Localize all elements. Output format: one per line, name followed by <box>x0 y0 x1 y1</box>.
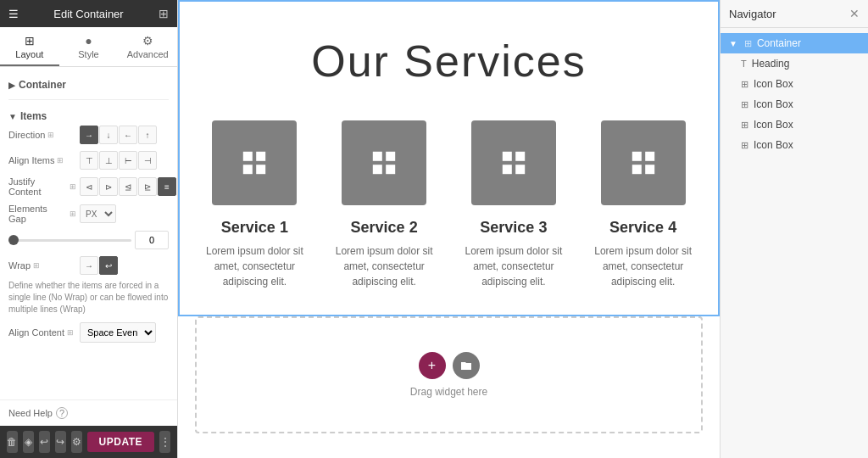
services-grid: Service 1 Lorem ipsum dolor sit amet, co… <box>197 120 701 289</box>
wrap-hint-text: Define whether the items are forced in a… <box>8 280 169 316</box>
justify-controls: ⊲ ⊳ ⊴ ⊵ ≡ ⊶ <box>80 177 177 196</box>
justify-end-btn[interactable]: ⊴ <box>119 177 137 196</box>
align-center-btn[interactable]: ⊥ <box>99 151 118 170</box>
nav-item-iconbox-4[interactable]: ⊞ Icon Box <box>721 135 868 155</box>
main-canvas: + ⊞ ✕ Our Services Service 1 <box>178 0 720 458</box>
navigator-body: ▼ ⊞ Container T Heading ⊞ Icon Box ⊞ Ico… <box>721 28 868 160</box>
nav-iconbox3-icon: ⊞ <box>741 120 748 131</box>
folder-icon <box>460 360 472 371</box>
direction-down-btn[interactable]: ↓ <box>99 126 118 144</box>
advanced-icon: ⚙ <box>121 34 174 47</box>
direction-controls: → ↓ ← ↑ <box>80 126 157 144</box>
nav-container-icon: ⊞ <box>744 38 752 49</box>
navigator-header: Navigator ✕ <box>721 0 868 28</box>
service-icon-3 <box>495 144 532 182</box>
browse-widget-btn[interactable] <box>453 352 480 379</box>
nav-iconbox2-icon: ⊞ <box>741 99 748 110</box>
align-end-btn[interactable]: ⊢ <box>119 151 137 170</box>
hamburger-icon[interactable]: ☰ <box>8 8 19 20</box>
delete-btn[interactable]: 🗑 <box>7 431 18 453</box>
panel-tabs: ⊞ Layout ● Style ⚙ Advanced <box>0 27 177 67</box>
align-content-select[interactable]: Space Evenly Flex Start Flex End Center … <box>80 322 156 343</box>
gap-unit-select[interactable]: PX % VW <box>80 204 116 223</box>
service-desc-4: Lorem ipsum dolor sit amet, consectetur … <box>585 243 701 289</box>
justify-content-row: Justify Content ⊞ ⊲ ⊳ ⊴ ⊵ ≡ ⊶ <box>8 176 169 197</box>
direction-left-btn[interactable]: ← <box>119 126 137 144</box>
align-start-btn[interactable]: ⊤ <box>80 151 98 170</box>
nav-item-iconbox-3[interactable]: ⊞ Icon Box <box>721 114 868 135</box>
service-icon-box-1 <box>212 120 297 205</box>
service-item-1: Service 1 Lorem ipsum dolor sit amet, co… <box>197 120 313 289</box>
nav-item-iconbox-2[interactable]: ⊞ Icon Box <box>721 94 868 114</box>
grid-icon[interactable]: ⊞ <box>159 7 169 20</box>
settings-btn[interactable]: ⚙ <box>71 431 82 453</box>
container-section-title[interactable]: ▶ Container <box>8 74 169 94</box>
need-help[interactable]: Need Help ? <box>0 399 177 426</box>
wrap-row: Wrap ⊞ → ↩ <box>8 256 169 275</box>
svg-rect-0 <box>243 152 253 161</box>
elements-gap-row: Elements Gap ⊞ PX % VW <box>8 204 169 224</box>
nav-item-container[interactable]: ▼ ⊞ Container <box>721 33 868 53</box>
add-widget-btn[interactable]: + <box>419 352 446 379</box>
service-icon-1 <box>236 144 273 182</box>
navigator-title: Navigator <box>729 8 776 20</box>
service-desc-3: Lorem ipsum dolor sit amet, consectetur … <box>456 243 572 289</box>
more-btn[interactable]: ⋮ <box>159 431 170 453</box>
no-wrap-btn[interactable]: → <box>80 256 98 275</box>
nav-iconbox1-icon: ⊞ <box>741 79 748 90</box>
service-icon-2 <box>365 144 403 182</box>
container-arrow: ▶ <box>8 81 15 90</box>
panel-footer: 🗑 ◈ ↩ ↪ ⚙ UPDATE ⋮ <box>0 426 177 458</box>
undo-btn[interactable]: ↩ <box>39 431 50 453</box>
svg-rect-3 <box>257 165 266 174</box>
justify-center-btn[interactable]: ⊳ <box>99 177 118 196</box>
items-section-title[interactable]: ▼ Items <box>8 105 169 126</box>
service-icon-box-2 <box>342 120 426 205</box>
svg-rect-12 <box>632 152 641 161</box>
tab-style[interactable]: ● Style <box>59 27 119 66</box>
gap-info: ⊞ <box>70 209 76 218</box>
services-title: Our Services <box>197 36 701 87</box>
wrap-btn[interactable]: ↩ <box>99 256 118 275</box>
service-desc-2: Lorem ipsum dolor sit amet, consectetur … <box>326 243 442 289</box>
justify-start-btn[interactable]: ⊲ <box>80 177 98 196</box>
drop-zone[interactable]: + Drag widget here <box>195 316 703 433</box>
panel-header: ☰ Edit Container ⊞ <box>0 0 177 27</box>
left-panel: ☰ Edit Container ⊞ ⊞ Layout ● Style ⚙ Ad… <box>0 0 178 458</box>
justify-info: ⊞ <box>70 182 76 191</box>
service-name-2: Service 2 <box>326 219 442 237</box>
duplicate-btn[interactable]: ◈ <box>23 431 34 453</box>
svg-rect-6 <box>373 165 382 174</box>
svg-rect-2 <box>243 165 253 174</box>
direction-up-btn[interactable]: ↑ <box>138 126 157 144</box>
items-arrow: ▼ <box>8 112 17 121</box>
redo-btn[interactable]: ↪ <box>55 431 66 453</box>
tab-advanced[interactable]: ⚙ Advanced <box>118 27 177 66</box>
justify-space-between-btn[interactable]: ⊵ <box>138 177 157 196</box>
wrap-info: ⊞ <box>33 261 40 270</box>
align-controls: ⊤ ⊥ ⊢ ⊣ <box>80 151 157 170</box>
direction-right-btn[interactable]: → <box>80 126 98 144</box>
gap-slider[interactable] <box>8 239 131 242</box>
gap-value-input[interactable] <box>135 231 169 249</box>
drop-zone-buttons: + <box>419 352 480 379</box>
services-section[interactable]: + ⊞ ✕ Our Services Service 1 <box>178 0 720 316</box>
direction-info: ⊞ <box>47 131 54 139</box>
service-name-3: Service 3 <box>456 219 572 237</box>
gap-slider-row <box>8 231 169 249</box>
svg-rect-13 <box>645 152 654 161</box>
navigator-close-icon[interactable]: ✕ <box>849 7 860 20</box>
align-info: ⊞ <box>57 156 64 165</box>
align-content-info: ⊞ <box>67 328 74 337</box>
justify-space-evenly-btn[interactable]: ≡ <box>158 177 176 196</box>
tab-layout[interactable]: ⊞ Layout <box>0 27 59 66</box>
layout-icon: ⊞ <box>3 34 56 47</box>
service-name-1: Service 1 <box>197 219 313 237</box>
service-desc-1: Lorem ipsum dolor sit amet, consectetur … <box>197 243 313 289</box>
service-icon-box-3 <box>471 120 556 205</box>
svg-rect-9 <box>515 152 525 161</box>
nav-item-iconbox-1[interactable]: ⊞ Icon Box <box>721 74 868 94</box>
nav-item-heading[interactable]: T Heading <box>721 53 868 74</box>
align-stretch-btn[interactable]: ⊣ <box>138 151 157 170</box>
update-btn[interactable]: UPDATE <box>87 432 154 452</box>
